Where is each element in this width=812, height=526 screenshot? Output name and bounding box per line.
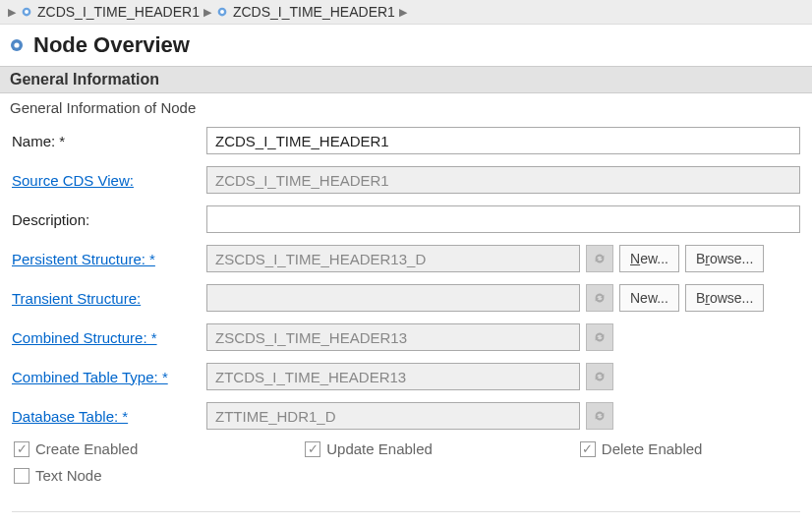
row-persistent-structure: Persistent Structure: * New... Browse... (12, 244, 800, 273)
text-node-checkbox[interactable]: Text Node (14, 467, 102, 484)
new-button[interactable]: New... (619, 245, 679, 272)
create-enabled-checkbox[interactable]: ✓ Create Enabled (14, 440, 138, 457)
checkbox-icon: ✓ (305, 441, 320, 457)
transient-structure-input (206, 284, 580, 312)
delete-enabled-label: Delete Enabled (602, 440, 703, 457)
breadcrumb-item[interactable]: ZCDS_I_TIME_HEADER1 (37, 4, 200, 20)
row-description: Description: (12, 205, 800, 234)
label-combined-table-type[interactable]: Combined Table Type: * (12, 369, 199, 385)
chevron-right-icon: ▶ (203, 6, 211, 19)
update-enabled-label: Update Enabled (326, 440, 433, 457)
new-button[interactable]: New... (619, 284, 679, 312)
label-combined-structure[interactable]: Combined Structure: * (12, 329, 199, 346)
browse-button[interactable]: Browse... (685, 245, 764, 272)
database-table-input (206, 402, 580, 430)
text-node-label: Text Node (35, 467, 102, 484)
page-title: Node Overview (33, 32, 190, 58)
checkbox-icon (14, 468, 29, 484)
chevron-right-icon: ▶ (8, 6, 16, 19)
checkboxes-row-2: Text Node (12, 467, 800, 484)
description-input[interactable] (206, 205, 800, 233)
divider (12, 511, 800, 512)
svg-point-3 (220, 10, 224, 14)
persistent-structure-input (206, 245, 580, 272)
delete-enabled-checkbox[interactable]: ✓ Delete Enabled (580, 440, 703, 457)
checkbox-icon: ✓ (14, 441, 29, 457)
label-database-table[interactable]: Database Table: * (12, 408, 199, 425)
label-description: Description: (12, 211, 199, 228)
svg-point-1 (25, 10, 29, 14)
update-enabled-checkbox[interactable]: ✓ Update Enabled (305, 440, 433, 457)
browse-button[interactable]: Browse... (685, 284, 764, 312)
chevron-right-icon: ▶ (399, 6, 407, 19)
row-database-table: Database Table: * (12, 401, 800, 431)
row-name: Name: * (12, 126, 800, 155)
refresh-icon (586, 323, 613, 351)
label-persistent-structure[interactable]: Persistent Structure: * (12, 251, 199, 267)
create-enabled-label: Create Enabled (35, 440, 138, 457)
form: Name: * Source CDS View: Description: Pe… (0, 126, 812, 505)
combined-structure-input (206, 323, 580, 351)
name-input[interactable] (206, 127, 800, 154)
svg-point-5 (14, 42, 19, 47)
section-desc: General Information of Node (0, 93, 812, 126)
breadcrumb: ▶ ZCDS_I_TIME_HEADER1 ▶ ZCDS_I_TIME_HEAD… (0, 0, 812, 25)
row-combined-table-type: Combined Table Type: * (12, 362, 800, 391)
checkbox-icon: ✓ (580, 441, 596, 457)
section-header: General Information (0, 66, 812, 93)
page-title-row: Node Overview (0, 25, 812, 66)
label-name: Name: * (12, 133, 199, 149)
node-icon (8, 36, 26, 54)
node-icon (215, 5, 229, 19)
refresh-icon (586, 284, 613, 312)
refresh-icon (586, 402, 613, 430)
node-icon (20, 5, 33, 19)
row-transient-structure: Transient Structure: New... Browse... (12, 283, 800, 313)
source-cds-view-input (206, 166, 800, 194)
label-source-cds-view[interactable]: Source CDS View: (12, 172, 199, 189)
refresh-icon (586, 245, 613, 272)
refresh-icon (586, 363, 613, 390)
row-source-cds-view: Source CDS View: (12, 165, 800, 195)
combined-table-type-input (206, 363, 580, 390)
label-transient-structure[interactable]: Transient Structure: (12, 290, 199, 307)
checkboxes-row: ✓ Create Enabled ✓ Update Enabled ✓ Dele… (12, 440, 800, 457)
row-combined-structure: Combined Structure: * (12, 322, 800, 352)
breadcrumb-item[interactable]: ZCDS_I_TIME_HEADER1 (233, 4, 395, 20)
